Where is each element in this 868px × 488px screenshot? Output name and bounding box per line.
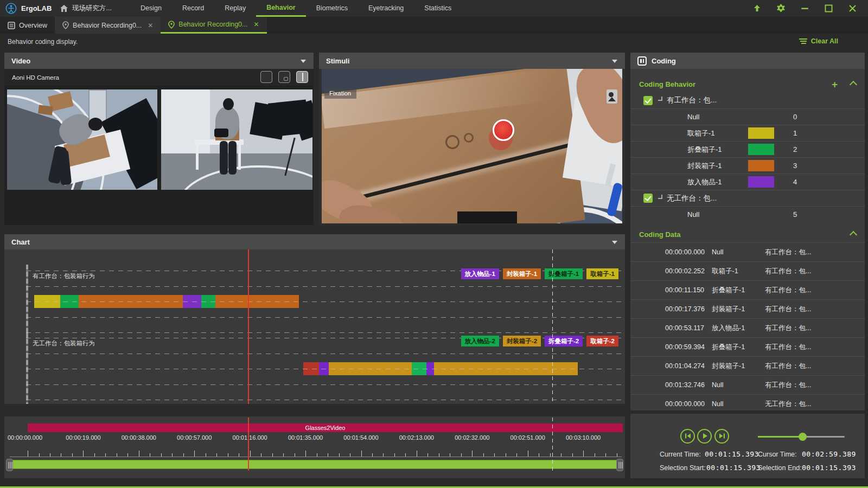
menu-item-eyetracking[interactable]: Eyetracking [358,0,414,17]
timeline-playhead[interactable] [248,418,249,471]
behavior-item-row[interactable]: Null5 [630,206,865,222]
chevron-down-icon[interactable] [612,60,617,63]
stimuli-panel-header[interactable]: Stimuli [319,53,625,69]
behavior-key: 4 [793,178,797,186]
chart-panel-header[interactable]: Chart [4,234,625,249]
group-checkbox[interactable] [643,194,653,203]
single-view-button[interactable] [260,71,272,83]
undock-icon[interactable] [752,4,762,14]
ruler-tick [305,451,306,457]
clear-all-button[interactable]: Clear All [799,37,838,45]
maximize-icon[interactable] [824,4,833,14]
close-icon[interactable] [847,4,857,14]
behavior-group-row[interactable]: 无工作台：包... [630,190,865,206]
step-forward-button[interactable] [714,429,729,444]
coding-data-row[interactable]: 00:00:17.376封装箱子-1有工作台：包... [630,299,865,318]
pin-icon [168,21,175,29]
pip-view-button[interactable] [278,71,290,83]
tab-overview[interactable]: Overview [0,17,55,34]
seek-slider[interactable] [758,436,845,438]
ruler-tick [528,451,528,457]
pin-icon [62,21,69,29]
settings-gear-icon[interactable] [776,4,786,14]
behavior-name: 放入物品-1 [687,177,722,187]
group-checkbox[interactable] [643,96,653,105]
coding-data-row[interactable]: 00:01:04.274封装箱子-1有工作台：包... [630,356,865,375]
menu-item-statistics[interactable]: Statistics [414,0,462,17]
add-behavior-button[interactable]: + [832,79,838,91]
collapse-data-icon[interactable] [850,231,857,239]
legend-chip[interactable]: 放入物品-1 [461,268,499,279]
coding-panel: Coding Coding Behavior + 有工作台：包...Null0取… [630,53,865,410]
tab-recording-1[interactable]: Behavior Recording0...✕ [55,17,161,34]
behavior-item-row[interactable]: 取箱子-11 [630,125,865,141]
video-panel-header[interactable]: Video [4,53,314,69]
legend-chip[interactable]: 放入物品-2 [461,336,499,346]
behavior-key: 1 [793,129,797,137]
seek-slider-thumb[interactable] [799,433,807,441]
track-left-ruler[interactable] [26,332,28,404]
coding-data-row[interactable]: 00:01:32.746Null有工作台：包... [630,375,865,394]
split-view-button[interactable] [296,71,308,83]
tab-label: Behavior Recording0... [178,21,247,28]
collapse-behavior-icon[interactable] [850,81,857,88]
media-track-label: Glasses2Video [305,425,346,431]
timeline-tick-label: 00:00:19.000 [66,434,100,441]
coding-data-section-header: Coding Data [630,226,865,242]
behavior-chart[interactable]: 有工作台：包装箱行为放入物品-1封装箱子-1折叠箱子-1取箱子-1无工作台：包装… [4,249,625,404]
chart-cursor-line [552,249,553,404]
behavior-item-row[interactable]: 放入物品-14 [630,174,865,190]
timeline-tick-label: 00:02:13.000 [399,434,434,441]
play-button[interactable] [697,429,712,444]
behavior-color-swatch [748,160,774,171]
step-back-button[interactable] [680,429,695,444]
data-group: 有工作台：包... [765,267,811,276]
tab-recording-2[interactable]: Behavior Recording0...✕ [161,17,266,34]
minimize-icon[interactable] [800,4,809,14]
tab-close-icon[interactable]: ✕ [253,21,259,28]
scene-image-icon[interactable] [607,89,617,104]
data-group: 有工作台：包... [765,381,811,390]
coding-data-row[interactable]: 00:00:53.117放入物品-1有工作台：包... [630,318,865,337]
chart-playhead[interactable] [248,249,249,404]
chevron-down-icon[interactable] [612,241,617,244]
project-menu[interactable]: 现场研究方... [60,4,130,13]
coding-data-row[interactable]: 00:00:00.000Null无工作台：包... [630,394,865,409]
track-label: 无工作台：包装箱行为 [33,339,95,348]
coding-data-row[interactable]: 00:00:59.394折叠箱子-1有工作台：包... [630,337,865,356]
legend-chip[interactable]: 折叠箱子-2 [545,336,583,346]
track-legend: 放入物品-1封装箱子-1折叠箱子-1取箱子-1 [461,268,618,279]
media-control-panel: Current Time: 00:01:15.393 Cursor Time: … [630,414,865,478]
menu-item-biometrics[interactable]: Biometrics [306,0,358,17]
menu-item-behavior[interactable]: Behavior [256,0,306,17]
menu-item-design[interactable]: Design [130,0,172,17]
timeline-scrollbar[interactable] [8,460,622,469]
coding-data-row[interactable]: 00:00:02.252取箱子-1有工作台：包... [630,261,865,280]
media-track-bar[interactable]: Glasses2Video [28,423,623,432]
coding-data-row[interactable]: 00:00:00.000Null有工作台：包... [630,242,865,261]
behavior-item-row[interactable]: Null0 [630,108,865,125]
behavior-group-row[interactable]: 有工作台：包... [630,92,865,108]
coding-data-row[interactable]: 00:00:11.150折叠箱子-1有工作台：包... [630,280,865,299]
chevron-down-icon[interactable] [301,60,306,63]
selection-start-label: Selection Start: [660,464,706,472]
behavior-item-row[interactable]: 封装箱子-13 [630,157,865,174]
project-name: 现场研究方... [72,4,112,13]
ruler-tick [472,451,473,457]
scrollbar-right-handle[interactable] [616,459,623,471]
selection-start-value: 00:01:15.393 [706,464,761,472]
scrollbar-left-handle[interactable] [6,459,13,471]
legend-chip[interactable]: 取箱子-2 [586,336,618,346]
legend-chip[interactable]: 封装箱子-2 [503,336,541,346]
menu-item-record[interactable]: Record [172,0,214,17]
tab-close-icon[interactable]: ✕ [148,22,153,29]
menu-item-replay[interactable]: Replay [214,0,256,17]
timeline-panel: Glasses2Video 00:00:00.00000:00:19.00000… [4,416,625,478]
legend-chip[interactable]: 封装箱子-1 [503,268,541,279]
legend-chip[interactable]: 取箱子-1 [586,268,618,279]
behavior-item-row[interactable]: 折叠箱子-12 [630,141,865,157]
grid-dashed-line [26,332,625,333]
legend-chip[interactable]: 折叠箱子-1 [545,268,583,279]
seek-slider-fill [758,436,802,438]
fixation-label: Fixation [324,88,356,99]
